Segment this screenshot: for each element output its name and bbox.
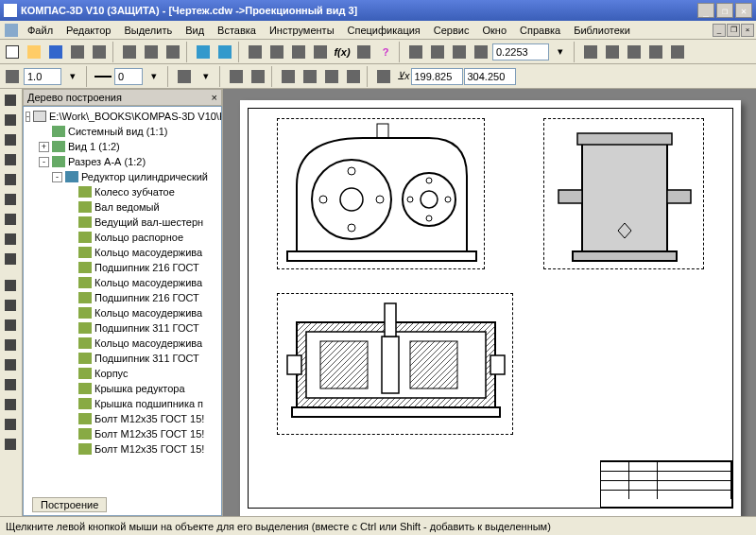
layer-dropdown[interactable]: ▾ — [196, 66, 216, 87]
view-btn-3[interactable] — [624, 42, 644, 62]
tree-part[interactable]: Болт М12x35 ГОСТ 15! — [65, 411, 219, 426]
vtool-18[interactable] — [1, 435, 20, 454]
tree-part[interactable]: Крышка редуктора — [65, 381, 219, 396]
snap-btn-5[interactable] — [321, 66, 342, 87]
zoom-btn-2[interactable] — [427, 42, 448, 62]
tree-part[interactable]: Болт М12x35 ГОСТ 15! — [65, 441, 219, 457]
tool-btn-a[interactable] — [245, 42, 266, 62]
tree-part[interactable]: Кольцо масоудержива — [65, 245, 219, 260]
vtool-17[interactable] — [1, 415, 20, 434]
snap-btn-3[interactable] — [278, 66, 299, 87]
copy-button[interactable] — [141, 42, 162, 62]
cut-button[interactable] — [119, 42, 140, 62]
scale-input[interactable] — [24, 68, 61, 85]
vtool-9[interactable] — [1, 250, 20, 268]
menu-libraries[interactable]: Библиотеки — [567, 23, 637, 38]
vtool-1[interactable] — [1, 91, 20, 110]
menu-tools[interactable]: Инструменты — [263, 23, 341, 38]
tree-part[interactable]: Крышка подшипника п — [65, 396, 219, 411]
tree-part[interactable]: Кольцо масоудержива — [65, 275, 219, 290]
view-btn-1[interactable] — [580, 42, 601, 62]
menu-service[interactable]: Сервис — [427, 23, 476, 38]
menu-help[interactable]: Справка — [513, 23, 567, 38]
zoom-dropdown[interactable]: ▾ — [550, 42, 571, 62]
minimize-button[interactable]: _ — [697, 3, 714, 18]
tree-close-button[interactable]: × — [212, 92, 217, 103]
vtool-5[interactable] — [1, 170, 20, 189]
tree-part[interactable]: Кольцо масоудержива — [65, 336, 219, 351]
tree-part[interactable]: Подшипник 311 ГОСТ — [65, 320, 219, 336]
vtool-8[interactable] — [1, 230, 20, 249]
tree-part[interactable]: Кольцо масоудержива — [65, 305, 219, 320]
doc-minimize[interactable]: _ — [713, 24, 726, 37]
expand-icon[interactable]: - — [26, 112, 30, 122]
tree-part[interactable]: Кольцо распорное — [65, 230, 219, 245]
tree-root[interactable]: - E:\Work\_BOOKS\KOMPAS-3D V10\KC — [26, 109, 219, 124]
zoom-btn-4[interactable] — [471, 42, 491, 62]
variables-button[interactable]: f(x) — [332, 42, 352, 62]
x-coord-input[interactable] — [411, 68, 463, 85]
snap-btn-2[interactable] — [248, 66, 268, 87]
doc-close[interactable]: × — [741, 24, 754, 37]
zoom-btn-1[interactable] — [405, 42, 426, 62]
build-tab[interactable]: Построение — [32, 497, 107, 512]
tool-btn-e[interactable] — [353, 42, 374, 62]
redo-button[interactable] — [215, 42, 235, 62]
tree-part[interactable]: Подшипник 216 ГОСТ — [65, 260, 219, 275]
tree-part[interactable]: Ведущий вал-шестерн — [65, 215, 219, 230]
menu-select[interactable]: Выделить — [117, 23, 179, 38]
preview-button[interactable] — [89, 42, 110, 62]
tree-section-aa[interactable]: - Разрез А-А (1:2) — [39, 154, 219, 169]
linestyle-dropdown[interactable]: ▾ — [144, 66, 164, 87]
undo-button[interactable] — [193, 42, 214, 62]
menu-window[interactable]: Окно — [475, 23, 513, 38]
menu-insert[interactable]: Вставка — [211, 23, 263, 38]
help-button[interactable]: ? — [375, 42, 396, 62]
view-btn-4[interactable] — [645, 42, 666, 62]
snap-btn-6[interactable] — [343, 66, 364, 87]
view-btn-2[interactable] — [602, 42, 623, 62]
tree-part[interactable]: Болт М12x35 ГОСТ 15! — [65, 426, 219, 441]
doc-restore[interactable]: ❐ — [727, 24, 740, 37]
snap-btn-1[interactable] — [226, 66, 247, 87]
tree-part[interactable]: Вал ведомый — [65, 199, 219, 215]
tree-part[interactable]: Корпус — [65, 366, 219, 381]
open-button[interactable] — [24, 42, 44, 62]
menu-file[interactable]: Файл — [21, 23, 60, 38]
vtool-6[interactable] — [1, 190, 20, 209]
print-button[interactable] — [67, 42, 88, 62]
expand-icon[interactable]: + — [39, 142, 49, 152]
snap-btn-4[interactable] — [300, 66, 320, 87]
tool-btn-c[interactable] — [288, 42, 309, 62]
vtool-4[interactable] — [1, 150, 20, 169]
tree-view-system[interactable]: Системный вид (1:1) — [39, 124, 219, 139]
vtool-16[interactable] — [1, 395, 20, 414]
expand-icon[interactable]: - — [52, 172, 62, 182]
tree-part[interactable]: Подшипник 216 ГОСТ — [65, 290, 219, 305]
vtool-10[interactable] — [1, 276, 20, 295]
paste-button[interactable] — [163, 42, 183, 62]
linestyle-input[interactable] — [114, 68, 143, 85]
menu-spec[interactable]: Спецификация — [341, 23, 427, 38]
close-button[interactable]: ✕ — [735, 3, 752, 18]
vtool-7[interactable] — [1, 210, 20, 229]
vtool-12[interactable] — [1, 316, 20, 335]
maximize-button[interactable]: ❐ — [716, 3, 733, 18]
tool-btn-b[interactable] — [266, 42, 287, 62]
vtool-11[interactable] — [1, 296, 20, 315]
drawing-area[interactable] — [223, 89, 756, 516]
menu-view[interactable]: Вид — [179, 23, 211, 38]
vtool-3[interactable] — [1, 130, 20, 149]
vtool-13[interactable] — [1, 336, 20, 354]
tree-part[interactable]: Колесо зубчатое — [65, 184, 219, 199]
save-button[interactable] — [45, 42, 66, 62]
zoom-btn-3[interactable] — [449, 42, 470, 62]
menu-editor[interactable]: Редактор — [60, 23, 117, 38]
vtool-2[interactable] — [1, 111, 20, 129]
vtool-15[interactable] — [1, 375, 20, 394]
view-btn-5[interactable] — [667, 42, 688, 62]
layer-btn[interactable] — [174, 66, 195, 87]
vtool-14[interactable] — [1, 355, 20, 374]
new-button[interactable] — [2, 42, 23, 62]
tree-view-1[interactable]: + Вид 1 (1:2) — [39, 139, 219, 154]
